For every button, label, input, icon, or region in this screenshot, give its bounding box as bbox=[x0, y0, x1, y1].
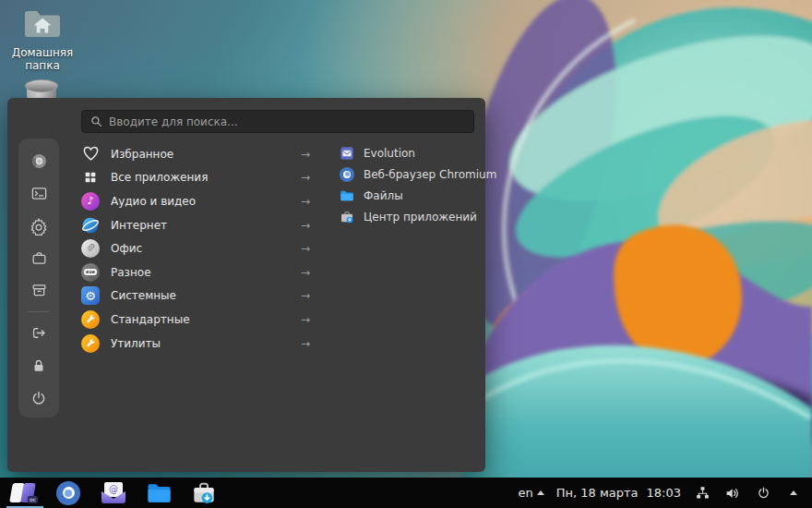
app-software-center[interactable]: Центр приложений bbox=[340, 206, 485, 227]
network-icon bbox=[695, 485, 710, 501]
sidebar-power-button[interactable] bbox=[22, 381, 55, 414]
music-icon: ♪ bbox=[81, 192, 100, 211]
app-evolution[interactable]: Evolution bbox=[340, 142, 485, 163]
tray-expand-button[interactable] bbox=[784, 483, 803, 503]
arrow-right-icon: → bbox=[301, 337, 314, 350]
power-button[interactable] bbox=[754, 483, 772, 503]
keyboard-layout-label: en bbox=[519, 486, 533, 500]
taskbar-tray: en Пн, 18 марта 18:03 bbox=[519, 483, 804, 503]
sidebar-terminal-button[interactable] bbox=[22, 177, 55, 210]
exe-icon: exe bbox=[81, 263, 100, 282]
sidebar-briefcase-button[interactable] bbox=[22, 242, 55, 274]
chromium-icon bbox=[56, 481, 80, 505]
sidebar-lock-button[interactable] bbox=[22, 349, 55, 381]
archive-box-icon bbox=[30, 282, 48, 299]
taskbar-chromium-button[interactable] bbox=[54, 479, 82, 507]
evolution-mail-icon: @ bbox=[102, 482, 125, 503]
category-system[interactable]: ⚙ Системные → bbox=[81, 284, 314, 308]
category-favorites[interactable]: Избранное → bbox=[81, 142, 314, 166]
taskbar-files-button[interactable] bbox=[145, 479, 173, 507]
taskbar-evolution-button[interactable]: @ bbox=[100, 479, 127, 507]
app-chromium[interactable]: Веб-браузер Chromium bbox=[340, 163, 485, 185]
active-indicator bbox=[6, 506, 43, 508]
clock-time: 18:03 bbox=[647, 486, 681, 500]
menu-button[interactable]: ос bbox=[9, 479, 37, 507]
keyboard-layout-indicator[interactable]: en bbox=[519, 486, 544, 500]
category-audio-video[interactable]: ♪ Аудио и видео → bbox=[81, 189, 314, 213]
arrow-right-icon: → bbox=[301, 313, 314, 326]
software-center-icon bbox=[191, 480, 217, 505]
arrow-right-icon: → bbox=[301, 266, 314, 279]
category-office[interactable]: Офис → bbox=[81, 236, 314, 260]
menu-search-bar[interactable] bbox=[81, 110, 474, 133]
chevron-up-icon bbox=[537, 490, 544, 495]
folder-icon bbox=[340, 188, 354, 203]
logout-icon bbox=[30, 324, 48, 342]
terminal-icon bbox=[30, 185, 48, 202]
evolution-icon bbox=[340, 146, 354, 161]
trash-lid bbox=[25, 79, 58, 92]
lock-icon bbox=[30, 357, 47, 374]
grid-icon bbox=[81, 168, 100, 187]
taskbar: ос @ bbox=[0, 478, 812, 508]
wrench-icon bbox=[81, 310, 100, 329]
power-icon bbox=[30, 390, 47, 406]
arrow-right-icon: → bbox=[301, 219, 314, 232]
speaker-icon bbox=[724, 485, 741, 502]
category-misc[interactable]: exe Разное → bbox=[81, 260, 314, 284]
volume-button[interactable] bbox=[723, 483, 742, 503]
arrow-right-icon: → bbox=[301, 171, 314, 184]
menu-sidebar bbox=[18, 139, 59, 417]
sidebar-archive-button[interactable] bbox=[22, 274, 55, 307]
system-gear-icon: ⚙ bbox=[81, 286, 100, 305]
rosa-os-logo-icon: ос bbox=[10, 482, 36, 504]
power-icon bbox=[757, 486, 770, 500]
sidebar-logout-button[interactable] bbox=[22, 317, 55, 349]
category-internet[interactable]: Интернет → bbox=[81, 213, 314, 237]
arrow-right-icon: → bbox=[301, 242, 314, 255]
clock[interactable]: Пн, 18 марта 18:03 bbox=[556, 486, 681, 500]
home-folder-icon bbox=[22, 7, 63, 40]
application-menu-panel: Избранное → Все приложения → ♪ Аудио и в… bbox=[7, 98, 485, 472]
briefcase-icon bbox=[30, 249, 48, 267]
category-accessories[interactable]: Стандартные → bbox=[81, 308, 314, 332]
chromium-icon bbox=[340, 167, 354, 182]
sidebar-settings-button[interactable] bbox=[22, 210, 55, 242]
menu-app-list: Evolution Веб-браузер Chromium Файлы bbox=[340, 142, 485, 227]
taskbar-launchers: ос @ bbox=[9, 479, 218, 507]
sidebar-browser-button[interactable] bbox=[22, 145, 55, 177]
folder-icon bbox=[147, 482, 172, 504]
chromium-gray-icon bbox=[30, 152, 48, 170]
heart-icon bbox=[81, 145, 100, 163]
gear-icon bbox=[30, 217, 48, 236]
taskbar-software-center-button[interactable] bbox=[190, 479, 218, 507]
arrow-right-icon: → bbox=[301, 148, 314, 161]
clock-date: Пн, 18 марта bbox=[556, 486, 639, 500]
menu-category-list: Избранное → Все приложения → ♪ Аудио и в… bbox=[81, 142, 314, 355]
category-all-applications[interactable]: Все приложения → bbox=[81, 166, 314, 190]
arrow-right-icon: → bbox=[301, 195, 314, 208]
network-button[interactable] bbox=[693, 483, 711, 503]
wrench-icon bbox=[81, 334, 100, 353]
search-input[interactable] bbox=[109, 115, 465, 128]
globe-icon bbox=[81, 216, 100, 235]
sidebar-separator bbox=[28, 311, 50, 312]
home-folder-label: Домашняя папка bbox=[0, 46, 85, 72]
chevron-up-icon bbox=[790, 490, 797, 495]
category-utilities[interactable]: Утилиты → bbox=[81, 332, 314, 356]
app-files[interactable]: Файлы bbox=[340, 185, 485, 206]
paperclip-icon bbox=[81, 239, 100, 258]
arrow-right-icon: → bbox=[301, 289, 314, 302]
desktop-icon-home-folder[interactable]: Домашняя папка bbox=[0, 7, 85, 72]
software-center-icon bbox=[340, 210, 354, 224]
search-icon bbox=[90, 115, 102, 127]
